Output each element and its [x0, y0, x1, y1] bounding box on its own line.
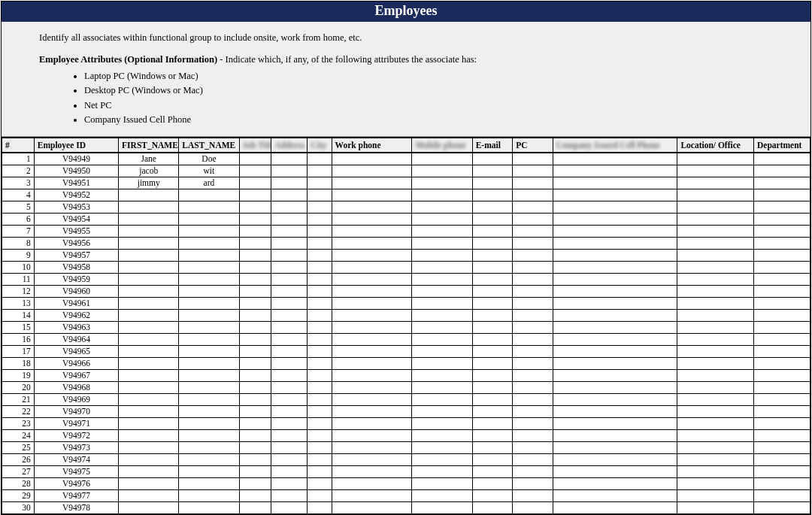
cell-first-name[interactable]: jimmy — [119, 177, 179, 189]
cell-work-phone[interactable] — [332, 418, 412, 430]
cell-blurred-e[interactable] — [553, 370, 677, 382]
cell-location[interactable] — [677, 394, 754, 406]
cell-last-name[interactable] — [179, 201, 239, 214]
cell-first-name[interactable] — [119, 226, 179, 238]
cell-location[interactable] — [677, 418, 754, 430]
cell-work-phone[interactable] — [332, 394, 412, 406]
cell-email[interactable] — [472, 310, 512, 322]
cell-blurred-b[interactable] — [271, 502, 308, 514]
cell-blurred-e[interactable] — [553, 286, 677, 298]
cell-blurred-b[interactable] — [271, 358, 308, 370]
cell-blurred-e[interactable] — [553, 322, 677, 334]
cell-last-name[interactable] — [179, 262, 239, 274]
cell-pc[interactable] — [513, 201, 553, 214]
cell-blurred-e[interactable] — [553, 502, 677, 514]
cell-blurred-c[interactable] — [308, 454, 332, 466]
cell-blurred-b[interactable] — [271, 406, 308, 418]
cell-location[interactable] — [677, 334, 754, 346]
cell-employee-id[interactable]: V94949 — [34, 153, 118, 165]
cell-pc[interactable] — [513, 478, 553, 490]
cell-blurred-e[interactable] — [553, 454, 677, 466]
cell-employee-id[interactable]: V94960 — [34, 286, 118, 298]
cell-blurred-d[interactable] — [412, 406, 472, 418]
cell-blurred-e[interactable] — [553, 238, 677, 250]
cell-email[interactable] — [472, 478, 512, 490]
cell-location[interactable] — [677, 214, 754, 226]
cell-pc[interactable] — [513, 502, 553, 514]
cell-work-phone[interactable] — [332, 274, 412, 286]
cell-blurred-b[interactable] — [271, 250, 308, 262]
cell-blurred-b[interactable] — [271, 466, 308, 478]
cell-blurred-c[interactable] — [308, 310, 332, 322]
cell-blurred-c[interactable] — [308, 201, 332, 214]
cell-blurred-a[interactable] — [239, 430, 271, 442]
cell-first-name[interactable] — [119, 201, 179, 214]
cell-blurred-e[interactable] — [553, 418, 677, 430]
cell-department[interactable] — [754, 478, 810, 490]
cell-work-phone[interactable] — [332, 406, 412, 418]
cell-employee-id[interactable]: V94973 — [34, 442, 118, 454]
cell-pc[interactable] — [513, 442, 553, 454]
cell-employee-id[interactable]: V94970 — [34, 406, 118, 418]
cell-blurred-e[interactable] — [553, 490, 677, 502]
cell-blurred-c[interactable] — [308, 502, 332, 514]
cell-email[interactable] — [472, 274, 512, 286]
cell-email[interactable] — [472, 394, 512, 406]
cell-employee-id[interactable]: V94952 — [34, 189, 118, 201]
cell-email[interactable] — [472, 286, 512, 298]
cell-blurred-c[interactable] — [308, 177, 332, 189]
cell-work-phone[interactable] — [332, 370, 412, 382]
cell-blurred-e[interactable] — [553, 478, 677, 490]
cell-row-number[interactable]: 27 — [2, 466, 35, 478]
cell-blurred-d[interactable] — [412, 478, 472, 490]
cell-department[interactable] — [754, 370, 810, 382]
cell-blurred-b[interactable] — [271, 454, 308, 466]
cell-work-phone[interactable] — [332, 322, 412, 334]
cell-blurred-d[interactable] — [412, 262, 472, 274]
cell-blurred-c[interactable] — [308, 250, 332, 262]
cell-row-number[interactable]: 12 — [2, 286, 35, 298]
cell-last-name[interactable] — [179, 478, 239, 490]
cell-last-name[interactable] — [179, 418, 239, 430]
cell-pc[interactable] — [513, 177, 553, 189]
cell-blurred-b[interactable] — [271, 382, 308, 394]
cell-blurred-b[interactable] — [271, 478, 308, 490]
cell-first-name[interactable] — [119, 442, 179, 454]
cell-row-number[interactable]: 28 — [2, 478, 35, 490]
cell-pc[interactable] — [513, 394, 553, 406]
cell-work-phone[interactable] — [332, 201, 412, 214]
cell-row-number[interactable]: 30 — [2, 502, 35, 514]
cell-blurred-e[interactable] — [553, 358, 677, 370]
cell-location[interactable] — [677, 430, 754, 442]
cell-pc[interactable] — [513, 298, 553, 310]
cell-blurred-e[interactable] — [553, 298, 677, 310]
cell-employee-id[interactable]: V94963 — [34, 322, 118, 334]
cell-department[interactable] — [754, 466, 810, 478]
cell-blurred-a[interactable] — [239, 382, 271, 394]
cell-work-phone[interactable] — [332, 238, 412, 250]
cell-blurred-e[interactable] — [553, 346, 677, 358]
cell-first-name[interactable] — [119, 394, 179, 406]
cell-email[interactable] — [472, 262, 512, 274]
cell-blurred-b[interactable] — [271, 153, 308, 165]
cell-work-phone[interactable] — [332, 310, 412, 322]
cell-blurred-b[interactable] — [271, 262, 308, 274]
cell-blurred-b[interactable] — [271, 238, 308, 250]
cell-blurred-a[interactable] — [239, 442, 271, 454]
cell-email[interactable] — [472, 153, 512, 165]
cell-blurred-a[interactable] — [239, 262, 271, 274]
cell-blurred-e[interactable] — [553, 430, 677, 442]
cell-location[interactable] — [677, 298, 754, 310]
cell-department[interactable] — [754, 153, 810, 165]
cell-last-name[interactable] — [179, 406, 239, 418]
cell-pc[interactable] — [513, 153, 553, 165]
cell-department[interactable] — [754, 358, 810, 370]
cell-department[interactable] — [754, 226, 810, 238]
cell-blurred-e[interactable] — [553, 226, 677, 238]
cell-pc[interactable] — [513, 214, 553, 226]
cell-department[interactable] — [754, 165, 810, 177]
cell-row-number[interactable]: 19 — [2, 370, 35, 382]
cell-location[interactable] — [677, 382, 754, 394]
cell-pc[interactable] — [513, 454, 553, 466]
cell-blurred-b[interactable] — [271, 177, 308, 189]
